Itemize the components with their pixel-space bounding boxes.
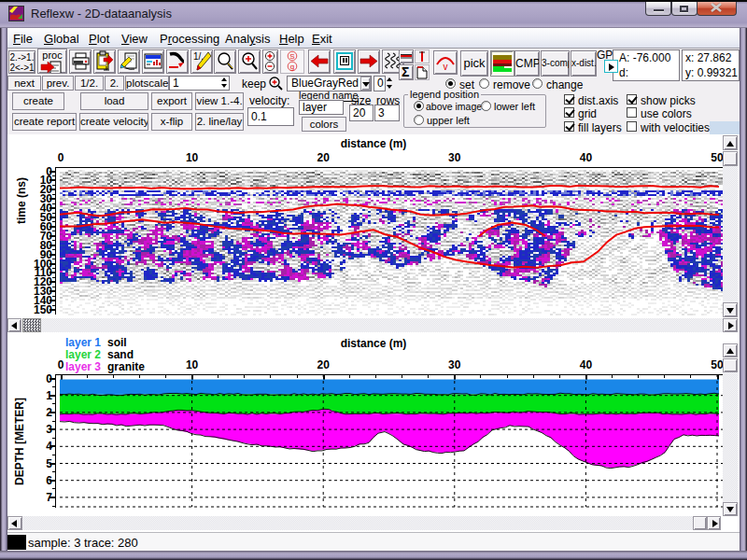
svg-text:S: S — [289, 52, 294, 61]
svg-text:g: g — [290, 63, 294, 71]
svg-text:v: v — [444, 62, 448, 72]
